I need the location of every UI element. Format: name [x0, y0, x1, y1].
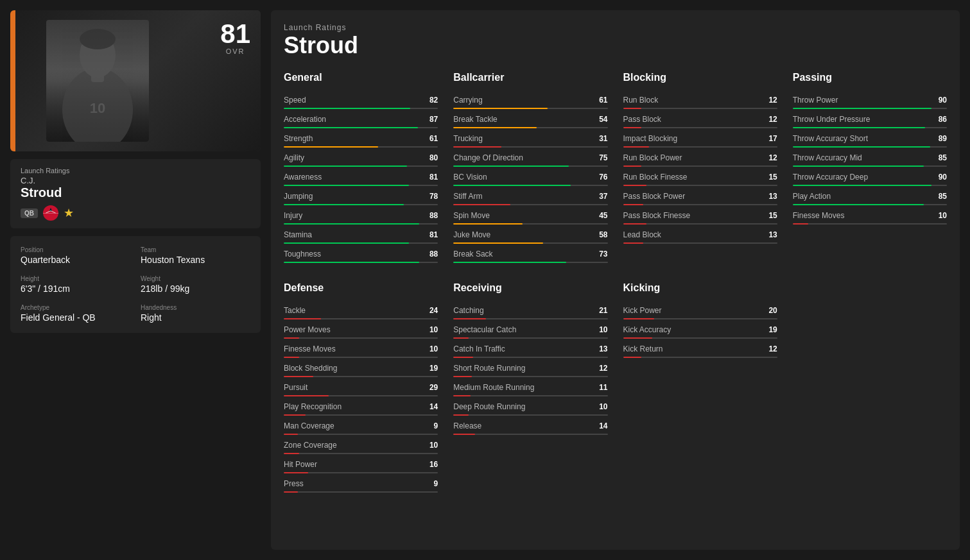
- stat-name-value: Acceleration87: [284, 113, 438, 126]
- stat-bar-fill: [284, 472, 308, 473]
- stat-bar: [623, 165, 777, 167]
- stat-value: 75: [593, 153, 608, 162]
- stat-name-value: Catching21: [453, 304, 607, 317]
- stat-value: 11: [593, 383, 608, 392]
- stat-value: 87: [422, 115, 438, 124]
- position-label: Position: [21, 246, 130, 253]
- stat-name-value: Short Route Running12: [453, 362, 607, 375]
- stat-bar: [623, 108, 777, 109]
- stat-bar: [623, 242, 777, 244]
- stat-bar: [623, 357, 777, 358]
- stat-name: Play Action: [793, 192, 831, 201]
- player-image: 10: [46, 20, 149, 142]
- stat-row: Agility80: [284, 151, 438, 167]
- stat-bar: [623, 223, 777, 225]
- section-general: GeneralSpeed82Acceleration87Strength61Ag…: [284, 72, 438, 267]
- stat-row: Zone Coverage10: [284, 439, 438, 454]
- player-card: 10 81 OVR: [10, 10, 261, 151]
- stat-bar-fill: [793, 204, 924, 205]
- stat-row: Finesse Moves10: [793, 209, 947, 225]
- ovr-badge: 81 OVR: [220, 21, 250, 55]
- stat-bar: [284, 262, 438, 263]
- stat-value: 9: [422, 421, 438, 430]
- section-title: Passing: [793, 72, 947, 86]
- stat-bar: [793, 127, 947, 128]
- stat-value: 61: [422, 134, 438, 143]
- archetype-value: Field General - QB: [21, 312, 130, 323]
- stat-row: Press9: [284, 477, 438, 493]
- stat-name-value: Deep Route Running10: [453, 400, 607, 413]
- stat-bar-fill: [453, 376, 472, 377]
- stat-name-value: Kick Return12: [623, 343, 777, 355]
- stat-row: Medium Route Running11: [453, 381, 607, 396]
- stat-bar-fill: [284, 357, 299, 358]
- stat-name: Pass Block Power: [623, 192, 686, 201]
- stat-bar-fill: [623, 165, 642, 167]
- team-detail: Team Houston Texans: [141, 246, 250, 265]
- stat-value: 13: [762, 192, 777, 201]
- stat-name-value: Impact Blocking17: [623, 132, 777, 145]
- stat-bar-fill: [453, 223, 523, 225]
- stat-name: Lead Block: [623, 230, 661, 239]
- stat-name-value: Throw Accuracy Short89: [793, 132, 947, 145]
- stat-row: Catching21: [453, 304, 607, 319]
- stat-name: Power Moves: [284, 325, 331, 334]
- stat-bar-fill: [284, 165, 407, 167]
- stat-row: Throw Accuracy Short89: [793, 132, 947, 148]
- stat-name: Pass Block: [623, 115, 661, 124]
- stat-bar-fill: [284, 146, 378, 148]
- stat-bar-fill: [453, 318, 485, 319]
- stat-row: Hit Power16: [284, 458, 438, 473]
- stat-value: 15: [762, 173, 777, 182]
- stat-bar-fill: [453, 127, 537, 128]
- stat-name-value: Pass Block12: [623, 113, 777, 126]
- stat-row: Play Action85: [793, 190, 947, 205]
- stat-value: 45: [593, 211, 608, 220]
- stat-value: 12: [593, 364, 608, 373]
- stat-name-value: Throw Under Pressure86: [793, 113, 947, 126]
- stat-bar-fill: [623, 127, 642, 128]
- team-label: Team: [141, 246, 250, 253]
- stat-bar-fill: [793, 185, 931, 186]
- stat-value: 90: [931, 173, 947, 182]
- section-receiving: ReceivingCatching21Spectacular Catch10Ca…: [453, 282, 607, 496]
- stat-row: Trucking31: [453, 132, 607, 148]
- stat-name-value: BC Vision76: [453, 171, 607, 183]
- stat-bar-fill: [284, 337, 299, 339]
- stat-value: 9: [422, 479, 438, 488]
- stat-bar: [623, 318, 777, 319]
- player-info-card: Launch Ratings C.J. Stroud QB ★: [10, 159, 261, 228]
- stat-bar-fill: [284, 491, 298, 493]
- stat-bar-fill: [284, 318, 321, 319]
- stat-value: 10: [422, 325, 438, 334]
- stat-name: Carrying: [453, 96, 482, 105]
- section-title: Blocking: [623, 72, 777, 86]
- stat-name: Tackle: [284, 306, 306, 315]
- stat-bar-fill: [623, 242, 643, 244]
- stat-row: Throw Power90: [793, 94, 947, 109]
- stat-value: 89: [931, 134, 947, 143]
- stat-name-value: Throw Power90: [793, 94, 947, 106]
- team-badge: [43, 205, 58, 221]
- stat-value: 14: [593, 421, 608, 430]
- stat-name-value: Change Of Direction75: [453, 151, 607, 164]
- stat-name: Play Recognition: [284, 402, 342, 411]
- accent-bar: [10, 10, 15, 151]
- stat-name: Strength: [284, 134, 313, 143]
- player-last-name: Stroud: [21, 185, 250, 200]
- stat-row: Block Shedding19: [284, 362, 438, 377]
- stat-bar: [453, 376, 607, 377]
- stat-value: 58: [593, 230, 608, 239]
- stat-name-value: Pursuit29: [284, 381, 438, 394]
- stat-name: Pass Block Finesse: [623, 211, 691, 220]
- stat-value: 13: [593, 344, 608, 353]
- ratings-panel: Launch Ratings Stroud GeneralSpeed82Acce…: [271, 10, 960, 550]
- position-badge: QB: [21, 208, 38, 218]
- stat-name-value: Awareness81: [284, 171, 438, 183]
- stat-bar-fill: [453, 204, 510, 205]
- stat-bar: [453, 337, 607, 339]
- player-details-card: Position Quarterback Team Houston Texans…: [10, 236, 261, 333]
- stat-row: Juke Move58: [453, 228, 607, 244]
- section-title: Receiving: [453, 282, 607, 296]
- stat-row: Kick Accuracy19: [623, 323, 777, 339]
